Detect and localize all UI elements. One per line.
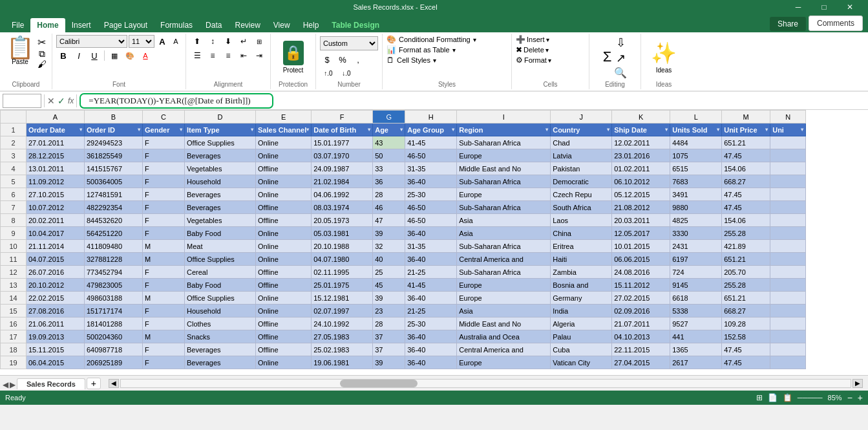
- decrease-font-button[interactable]: A: [170, 36, 182, 47]
- table-cell[interactable]: 27.02.2015: [612, 292, 670, 305]
- table-cell[interactable]: 02.07.1997: [312, 305, 373, 317]
- scroll-right-button[interactable]: ▶: [852, 379, 863, 388]
- tab-table-design[interactable]: Table Design: [325, 18, 386, 32]
- table-cell[interactable]: Bosnia and: [551, 279, 612, 292]
- table-cell[interactable]: 773452794: [85, 266, 143, 279]
- table-cell[interactable]: [770, 253, 806, 266]
- normal-view-button[interactable]: ⊞: [756, 393, 763, 402]
- format-painter-button[interactable]: 🖌: [37, 59, 47, 69]
- table-cell[interactable]: 668.27: [722, 175, 770, 188]
- table-cell[interactable]: 39: [373, 356, 405, 369]
- table-cell[interactable]: Offline: [256, 317, 312, 330]
- table-cell[interactable]: F: [143, 201, 185, 214]
- table-cell[interactable]: Snacks: [185, 330, 256, 343]
- table-cell[interactable]: 651.21: [722, 136, 770, 149]
- table-cell[interactable]: 21.07.2011: [612, 317, 670, 330]
- tab-insert[interactable]: Insert: [65, 18, 98, 32]
- table-cell[interactable]: 15.11.2012: [612, 279, 670, 292]
- table-cell[interactable]: 25-30: [405, 317, 457, 330]
- table-cell[interactable]: [770, 188, 806, 201]
- table-cell[interactable]: 36-40: [405, 356, 457, 369]
- comma-button[interactable]: ,: [351, 53, 365, 66]
- table-cell[interactable]: 20.10.1988: [312, 240, 373, 253]
- table-cell[interactable]: 1365: [670, 343, 722, 356]
- col-header-e[interactable]: E: [256, 111, 312, 124]
- table-cell[interactable]: 47.45: [722, 188, 770, 201]
- table-cell[interactable]: Beverages: [185, 343, 256, 356]
- table-cell[interactable]: 46: [373, 201, 405, 214]
- table-cell[interactable]: 37: [373, 343, 405, 356]
- table-cell[interactable]: Office Supplies: [185, 253, 256, 266]
- table-cell[interactable]: 3330: [670, 227, 722, 240]
- table-cell[interactable]: Europe: [457, 356, 551, 369]
- table-cell[interactable]: 327881228: [85, 253, 143, 266]
- col-header-l[interactable]: L: [670, 111, 722, 124]
- table-cell[interactable]: Central America and: [457, 253, 551, 266]
- table-cell[interactable]: Cereal: [185, 266, 256, 279]
- table-cell[interactable]: Middle East and No: [457, 317, 551, 330]
- close-btn[interactable]: ✕: [837, 3, 863, 12]
- tab-formulas[interactable]: Formulas: [154, 18, 199, 32]
- zoom-in-button[interactable]: +: [858, 392, 863, 403]
- table-cell[interactable]: F: [143, 227, 185, 240]
- table-header-cell[interactable]: Age ▾: [373, 124, 405, 136]
- table-cell[interactable]: Offline: [256, 343, 312, 356]
- table-cell[interactable]: Household: [185, 175, 256, 188]
- tab-view[interactable]: View: [267, 18, 297, 32]
- table-cell[interactable]: Democratic: [551, 175, 612, 188]
- col-header-k[interactable]: K: [612, 111, 670, 124]
- table-cell[interactable]: 3491: [670, 188, 722, 201]
- table-cell[interactable]: Europe: [457, 279, 551, 292]
- sort-fill-button[interactable]: ⇩: [614, 36, 627, 50]
- table-cell[interactable]: 21-25: [405, 266, 457, 279]
- table-cell[interactable]: 127481591: [85, 188, 143, 201]
- table-cell[interactable]: [770, 201, 806, 214]
- sheet-tab-sales-records[interactable]: Sales Records: [17, 378, 85, 389]
- align-right-button[interactable]: ≡: [221, 49, 235, 62]
- ideas-button[interactable]: ✨ Ideas: [651, 41, 677, 74]
- table-cell[interactable]: 6515: [670, 162, 722, 175]
- table-cell[interactable]: [770, 175, 806, 188]
- table-cell[interactable]: Sub-Saharan Africa: [457, 240, 551, 253]
- copy-button[interactable]: ⧉: [37, 49, 47, 58]
- increase-font-button[interactable]: A: [156, 35, 169, 48]
- table-cell[interactable]: 24.09.1987: [312, 162, 373, 175]
- table-cell[interactable]: 46-50: [405, 149, 457, 162]
- delete-button[interactable]: Delete: [524, 46, 544, 54]
- table-cell[interactable]: 36-40: [405, 253, 457, 266]
- table-cell[interactable]: 39: [373, 292, 405, 305]
- table-cell[interactable]: 151717174: [85, 305, 143, 317]
- table-cell[interactable]: Sub-Saharan Africa: [457, 201, 551, 214]
- table-cell[interactable]: 724: [670, 266, 722, 279]
- table-cell[interactable]: M: [143, 253, 185, 266]
- table-cell[interactable]: 4825: [670, 214, 722, 227]
- table-cell[interactable]: 36: [373, 175, 405, 188]
- table-cell[interactable]: 15.11.2015: [26, 343, 85, 356]
- table-cell[interactable]: Online: [256, 305, 312, 317]
- table-cell[interactable]: 06.06.2015: [612, 253, 670, 266]
- align-bottom-button[interactable]: ⬇: [221, 35, 235, 48]
- table-cell[interactable]: M: [143, 292, 185, 305]
- table-cell[interactable]: 9527: [670, 317, 722, 330]
- table-cell[interactable]: 47.45: [722, 149, 770, 162]
- insert-button[interactable]: Insert: [527, 36, 545, 43]
- table-cell[interactable]: Sub-Saharan Africa: [457, 136, 551, 149]
- col-header-f[interactable]: F: [312, 111, 373, 124]
- table-cell[interactable]: [770, 162, 806, 175]
- table-cell[interactable]: 25: [373, 266, 405, 279]
- table-cell[interactable]: 22.11.2015: [612, 343, 670, 356]
- table-cell[interactable]: 41-45: [405, 136, 457, 149]
- table-cell[interactable]: 6618: [670, 292, 722, 305]
- table-cell[interactable]: 7683: [670, 175, 722, 188]
- table-cell[interactable]: 9145: [670, 279, 722, 292]
- table-cell[interactable]: F: [143, 266, 185, 279]
- table-cell[interactable]: Household: [185, 305, 256, 317]
- table-cell[interactable]: 36-40: [405, 330, 457, 343]
- table-cell[interactable]: 2617: [670, 356, 722, 369]
- table-cell[interactable]: 20.02.2011: [26, 214, 85, 227]
- table-cell[interactable]: Beverages: [185, 201, 256, 214]
- table-cell[interactable]: 154.06: [722, 162, 770, 175]
- table-cell[interactable]: F: [143, 149, 185, 162]
- bold-button[interactable]: B: [56, 49, 70, 62]
- table-cell[interactable]: Sub-Saharan Africa: [457, 266, 551, 279]
